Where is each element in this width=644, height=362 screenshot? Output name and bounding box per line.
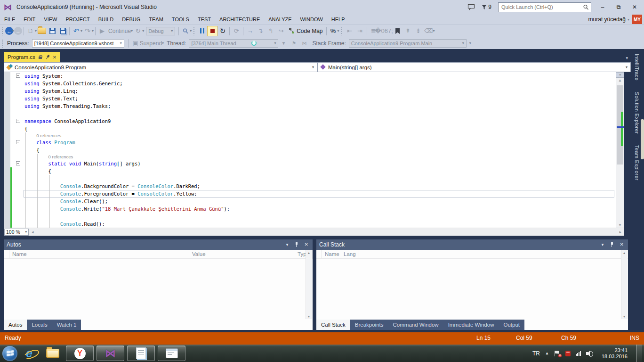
increase-indent-button[interactable]: ⇥ (355, 26, 365, 36)
start-button[interactable] (2, 346, 17, 361)
call-stack-column-lang[interactable]: Lang (341, 250, 359, 258)
scroll-up-icon[interactable]: ▲ (616, 78, 624, 82)
user-menu-chevron-icon[interactable]: ▾ (628, 17, 629, 22)
language-indicator[interactable]: TR (532, 350, 540, 357)
step-out-button[interactable]: ↰ (266, 26, 276, 36)
notifications-flag[interactable]: 9 (482, 4, 491, 10)
scroll-down-icon[interactable]: ▼ (616, 223, 624, 227)
continue-play-icon[interactable]: ▶ (97, 26, 107, 36)
taskbar-console-app[interactable] (158, 346, 185, 361)
pin-icon[interactable] (610, 242, 614, 247)
code-map-button[interactable]: Code Map (297, 28, 322, 34)
flag-threads-button[interactable]: ⚑ (289, 38, 299, 49)
continue-button[interactable]: Continue (108, 28, 131, 34)
fold-collapse-icon[interactable]: − (16, 119, 20, 123)
menu-project[interactable]: PROJECT (61, 14, 94, 25)
panel-tab-watch-1[interactable]: Watch 1 (52, 320, 81, 330)
close-panel-icon[interactable]: ✕ (620, 242, 624, 247)
close-panel-icon[interactable]: ✕ (305, 242, 308, 247)
action-center-flag-icon[interactable]: ✕ (554, 351, 560, 356)
diagnostics-chevron-icon[interactable]: ▾ (338, 29, 339, 33)
uncomment-button[interactable]: �067; (379, 26, 389, 36)
code-line[interactable] (4, 213, 616, 220)
close-button[interactable]: ✕ (630, 4, 639, 10)
editor-vertical-scrollbar[interactable]: ≡ ▲ ▼ (616, 72, 624, 228)
code-line[interactable]: using System.Text; (4, 95, 616, 102)
restore-button[interactable]: ⧉ (614, 4, 623, 10)
close-tab-icon[interactable]: ✕ (53, 55, 56, 60)
pin-icon[interactable] (295, 242, 298, 247)
quick-launch[interactable] (498, 2, 591, 12)
code-line[interactable]: −using System; (4, 72, 616, 80)
side-tab-intellitrace[interactable]: IntelliTrace (634, 52, 640, 82)
code-line[interactable]: using System.Linq; (4, 87, 616, 95)
menu-test[interactable]: TEST (193, 14, 215, 25)
find-chevron-icon[interactable]: ▾ (190, 29, 192, 33)
restart-button[interactable]: ↻ (133, 26, 143, 36)
filter-threads-button[interactable]: ▼ (278, 38, 289, 49)
panel-tab-command-window[interactable]: Command Window (388, 320, 443, 330)
debug-target-select[interactable]: Debug▾ (146, 27, 175, 35)
taskbar-internet-explorer[interactable]: e (17, 345, 41, 362)
next-bookmark-button[interactable]: ⇟ (413, 26, 424, 36)
security-alert-icon[interactable] (565, 351, 571, 356)
debug-location-toolbar[interactable]: Process: [1948] ConsoleApplication9.vsho… (0, 37, 644, 49)
title-bar[interactable]: ⋈ ConsoleApplication9 (Running) - Micros… (0, 0, 644, 14)
call-stack-scrollbar[interactable]: ▲▼ (621, 250, 628, 319)
type-dropdown[interactable]: ConsoleApplication9.Program ▾ (4, 62, 317, 72)
code-line[interactable]: Console.Read(); (4, 220, 616, 228)
suspend-button[interactable]: Suspend (140, 40, 162, 47)
flagged-only-button[interactable]: ⋈ (299, 38, 309, 49)
feedback-icon[interactable] (467, 4, 475, 10)
minimize-button[interactable]: – (598, 4, 607, 10)
code-line[interactable] (4, 110, 616, 117)
decrease-indent-button[interactable]: ⇤ (345, 26, 355, 36)
toggle-bookmark-button[interactable] (393, 26, 403, 36)
fold-collapse-icon[interactable]: − (16, 161, 20, 165)
side-tab-solution-explorer[interactable]: Solution Explorer (634, 90, 640, 136)
menu-window[interactable]: WINDOW (296, 14, 327, 25)
diagnostics-button[interactable]: % (328, 26, 338, 36)
save-all-button[interactable] (57, 26, 68, 36)
process-select[interactable]: [1948] ConsoleApplication9.vshost▾ (32, 39, 124, 48)
menu-debug[interactable]: DEBUG (118, 14, 145, 25)
show-desktop-button[interactable] (636, 345, 642, 362)
scroll-left-icon[interactable]: ◂ (29, 230, 37, 234)
hidden-icons-chevron-icon[interactable]: ▲ (545, 351, 549, 355)
new-file-button[interactable]: 🗋 (25, 26, 36, 36)
window-position-chevron-icon[interactable]: ▾ (602, 242, 604, 247)
break-all-button[interactable] (197, 26, 207, 36)
menu-tools[interactable]: TOOLS (168, 14, 193, 25)
scrollbar-thumb[interactable] (617, 85, 623, 165)
code-line[interactable]: { (4, 167, 616, 175)
panel-tab-breakpoints[interactable]: Breakpoints (350, 320, 388, 330)
code-line[interactable]: −namespace ConsoleApplication9 (4, 117, 616, 125)
document-list-chevron-icon[interactable]: ▾ (626, 56, 628, 60)
autos-title-bar[interactable]: Autos ▾ ✕ (4, 239, 313, 250)
taskbar-visual-studio[interactable]: ⋈ (97, 346, 124, 361)
step-into-button[interactable]: → (245, 26, 255, 36)
clear-bookmarks-button[interactable]: ⌫ (424, 26, 434, 36)
undo-button[interactable]: ↶ (71, 26, 81, 36)
code-map-icon[interactable] (286, 26, 297, 36)
restart-debugging-button[interactable]: ↻ (217, 26, 228, 36)
code-line[interactable]: Console.BackgroundColor = ConsoleColor.D… (4, 182, 616, 190)
member-dropdown[interactable]: Main(string[] args) ▾ (317, 62, 631, 72)
navigate-forward-button[interactable]: → (14, 27, 22, 35)
open-file-button[interactable] (37, 26, 47, 36)
window-position-chevron-icon[interactable]: ▾ (286, 242, 289, 247)
panel-tab-immediate-window[interactable]: Immediate Window (443, 320, 499, 330)
call-stack-grid-body[interactable] (316, 259, 628, 320)
panel-tab-autos[interactable]: Autos (4, 320, 27, 330)
scroll-right-icon[interactable]: ▸ (616, 230, 624, 234)
menu-architecture[interactable]: ARCHITECTURE (215, 14, 264, 25)
code-line[interactable]: Console.Clear(); (4, 197, 616, 205)
codelens-references[interactable]: 0 references (4, 154, 616, 160)
autos-grid-body[interactable] (4, 259, 313, 320)
toolbar-overflow-icon[interactable]: ▾ (433, 29, 435, 33)
split-window-handle[interactable]: ≡ (616, 72, 624, 78)
thread-select[interactable]: [3764] Main Thread ▾ (189, 39, 278, 48)
quick-launch-input[interactable] (500, 4, 583, 10)
code-line[interactable]: Console.ForegroundColor = ConsoleColor.Y… (4, 190, 616, 197)
taskbar-clock[interactable]: 23:41 18.03.2016 (598, 347, 631, 360)
